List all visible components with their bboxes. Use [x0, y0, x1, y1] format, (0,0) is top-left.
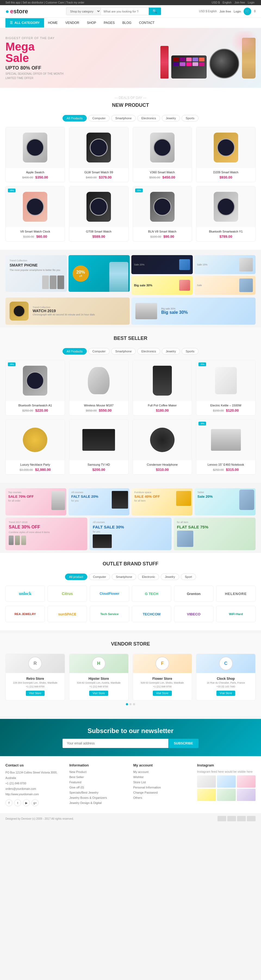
outlet-tab-sport[interactable]: Sport — [181, 574, 196, 580]
sale-card-tablet[interactable]: Tablet Sale 20% — [195, 488, 256, 515]
promo-sale-misc[interactable]: Sale — [194, 276, 256, 295]
product-card-coffee[interactable]: Full Pot Coffee Maker $180.00 — [133, 360, 192, 415]
nav-pages[interactable]: PAGES — [100, 18, 118, 28]
footer-change-pwd[interactable]: Change Password — [133, 791, 158, 794]
footer-specials[interactable]: Specials/Best Jewelry — [69, 791, 99, 794]
brand-cloudflower[interactable]: CloudFlower — [90, 585, 129, 602]
logo[interactable]: ● e store — [5, 8, 28, 15]
brand-unlock[interactable]: unlock — [5, 585, 45, 602]
outlet-tab-computer[interactable]: Computer — [89, 574, 110, 580]
nav-shop[interactable]: SHOP — [83, 18, 100, 28]
promo-smartphone[interactable]: Trend Collection SMART PHONE The most po… — [5, 255, 67, 292]
sale-falt-75[interactable]: for all item FLAT SALE 75% — [174, 517, 256, 550]
all-category-btn[interactable]: ☰ ALL CATEGORY — [5, 18, 44, 27]
brand-grenton[interactable]: Grenton — [174, 585, 213, 602]
dot-2[interactable] — [129, 703, 132, 705]
product-card-bln-v8[interactable]: -5% BLN V8 Smart Watch $100.00 $90.00 — [133, 186, 192, 242]
brand-citrus[interactable]: Citrus — [48, 585, 87, 602]
footer-give-off[interactable]: Give off (0) — [69, 786, 84, 789]
footer-wishlist[interactable]: Wishlist — [133, 775, 143, 779]
bs-tab-sports[interactable]: Sports — [181, 348, 199, 355]
nav-contact[interactable]: CONTACT — [135, 18, 158, 28]
promo-big-sale[interactable]: Big sale 30% — [131, 276, 193, 295]
brand-wifihard[interactable]: WiFi·Hard — [216, 606, 256, 622]
tab-computer[interactable]: Computer — [88, 115, 110, 121]
search-button[interactable]: 🔍 — [149, 8, 161, 15]
join-link[interactable]: Join free — [234, 1, 245, 4]
product-card-gt08[interactable]: GT08 Smart Watch $589.00 — [69, 186, 129, 242]
nav-blog[interactable]: BLOG — [119, 18, 135, 28]
product-card-apple-swatch[interactable]: Apple Swatch $400.00 $350.00 — [5, 127, 65, 182]
sale-falt-30[interactable]: All courses FALT SALE 30% for you — [89, 517, 171, 550]
promo-sale-15[interactable]: Sale 15% — [194, 255, 256, 274]
promo-laptop-banner[interactable]: Big sale 30% Big sale 30% — [131, 298, 256, 325]
product-card-samsung-tv[interactable]: Samsung TV HD $200.00 — [69, 419, 129, 475]
product-card-v360[interactable]: V360 Smart Watch $500.00 $450.00 — [133, 127, 192, 182]
outlet-tab-all[interactable]: All product — [65, 574, 87, 580]
join-header-link[interactable]: Join free — [220, 10, 231, 13]
search-input[interactable] — [101, 8, 149, 15]
visit-hipster-btn[interactable]: Visit Store — [89, 690, 108, 696]
footer-others[interactable]: Others — [133, 796, 142, 799]
sale-card-furniture[interactable]: Furniture space SALE 40% OFF for all ite… — [132, 488, 193, 515]
footer-best-seller[interactable]: Best Seller — [69, 775, 84, 779]
product-card-headphone[interactable]: Condenser Headphone $310.00 — [133, 419, 192, 475]
newsletter-subscribe-btn[interactable]: SUBSCRIBE — [168, 739, 199, 748]
brand-gtech[interactable]: G TECH — [132, 585, 171, 602]
dot-1[interactable] — [126, 703, 128, 705]
newsletter-email-input[interactable] — [62, 739, 168, 748]
product-card-necklace[interactable]: Luxury Necklace Party $3,000.00 $2,980.0… — [5, 419, 65, 475]
footer-jewelry-design[interactable]: Jewelry Design & Digital — [69, 801, 102, 805]
promo-sale-20[interactable]: Sale 20% — [131, 255, 193, 274]
footer-new-product[interactable]: New Product — [69, 770, 86, 773]
visit-retro-btn[interactable]: Visit Store — [26, 690, 45, 696]
language-link[interactable]: English — [223, 1, 232, 4]
footer-my-account[interactable]: My account — [133, 770, 148, 773]
bs-tab-smartphone[interactable]: Smartphone — [111, 348, 136, 355]
tab-sports[interactable]: Sports — [181, 115, 199, 121]
tab-electronics[interactable]: Electronics — [137, 115, 160, 121]
bs-tab-jewelry[interactable]: Jewelry — [162, 348, 180, 355]
brand-techcom[interactable]: TECHCOM — [132, 606, 171, 622]
product-card-d209[interactable]: D209 Smart Watch $930.00 — [196, 127, 256, 182]
dot-3[interactable] — [133, 703, 135, 705]
brand-vibeco[interactable]: VIBECO — [174, 606, 213, 622]
youtube-icon[interactable]: ▶ — [23, 799, 30, 807]
nav-home[interactable]: HOME — [44, 18, 61, 28]
product-card-mouse[interactable]: Wireless Mouse M187 $650.00 $550.00 — [69, 360, 129, 415]
promo-watch-2019[interactable]: Trend Collection WATCH 2019 Chronograph … — [5, 298, 130, 325]
currency-link[interactable]: USD $ — [212, 1, 220, 4]
sale-card-falt[interactable]: All courses FALT SALE 20% for you — [68, 488, 129, 515]
search-category[interactable]: Shop by category — [66, 8, 101, 15]
brand-rea[interactable]: REA JEWELRY — [5, 606, 45, 622]
cart-icon[interactable]: 🛒 — [243, 8, 251, 15]
bs-tab-computer[interactable]: Computer — [88, 348, 110, 355]
login-header-link[interactable]: Login — [234, 10, 241, 13]
footer-store-list[interactable]: Store List — [133, 781, 146, 784]
sale-card-courses[interactable]: Top courses SALE 70% OFF for all order — [5, 488, 66, 515]
twitter-icon[interactable]: t — [14, 799, 21, 807]
product-card-glw-watch[interactable]: GLW Smart Watch 99 $460.00 $379.00 — [69, 127, 129, 182]
visit-clock-btn[interactable]: Visit Store — [216, 690, 235, 696]
outlet-tab-smartphone[interactable]: Smartphone — [112, 574, 136, 580]
brand-helenore[interactable]: HELENORE — [216, 585, 256, 602]
brand-techservice[interactable]: Tech Service — [90, 606, 129, 622]
outlet-tab-jewelry[interactable]: Jewelry — [161, 574, 179, 580]
login-link[interactable]: Login — [248, 1, 255, 4]
nav-vendor[interactable]: VENDOR — [61, 18, 83, 28]
bs-tab-all[interactable]: All Products — [62, 348, 87, 355]
product-card-kettle[interactable]: -5% Electric Kettle – 1500W $150.00 $120… — [196, 360, 256, 415]
footer-featured[interactable]: Featured — [69, 781, 81, 784]
visit-flower-btn[interactable]: Visit Store — [153, 690, 172, 696]
bs-tab-electronics[interactable]: Electronics — [137, 348, 160, 355]
promo-20-off[interactable]: 20% off — [68, 255, 130, 292]
footer-jewelry-boxes[interactable]: Jewelry Boxes & Organizers — [69, 796, 107, 799]
product-card-v8[interactable]: -8% V8 Smart Watch Clock $100.00 $60.00 — [5, 186, 65, 242]
product-card-lenovo[interactable]: -8% Lenovo 15" E460 Notebook $250.00 $31… — [196, 419, 256, 475]
tab-all-products[interactable]: All Products — [62, 115, 87, 121]
currency-selector[interactable]: USD $ English — [199, 10, 217, 13]
googleplus-icon[interactable]: g+ — [32, 799, 38, 807]
outlet-tab-electronic[interactable]: Electronic — [138, 574, 159, 580]
footer-personal-info[interactable]: Personal Information — [133, 786, 161, 789]
sale-wide-pink[interactable]: Trend 2017-2018 SALE 30% OFF Combine sty… — [5, 517, 87, 550]
